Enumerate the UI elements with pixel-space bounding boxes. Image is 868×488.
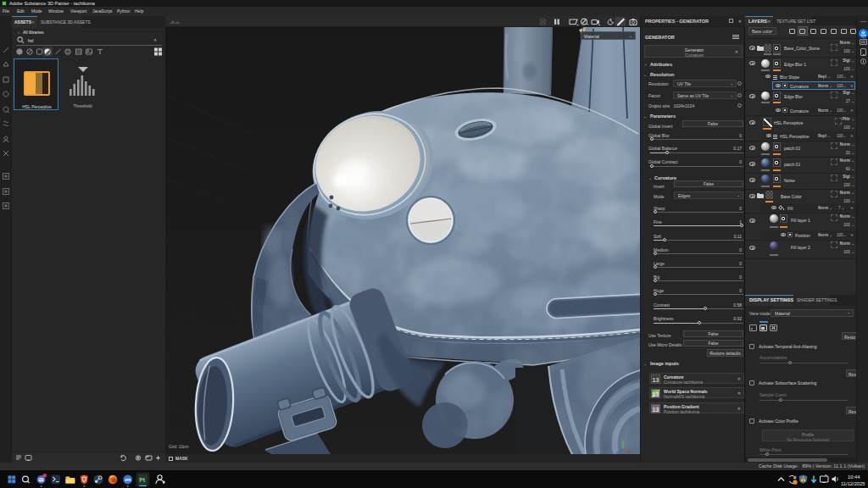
- svg-text:11/12/2025: 11/12/2025: [841, 481, 865, 486]
- svg-text:Grid: 10cm: Grid: 10cm: [169, 445, 188, 449]
- svg-text:i: i: [626, 435, 626, 441]
- svg-text:Pt: Pt: [139, 477, 146, 483]
- svg-text:10:44: 10:44: [848, 474, 860, 480]
- svg-text:zm: zm: [125, 477, 131, 482]
